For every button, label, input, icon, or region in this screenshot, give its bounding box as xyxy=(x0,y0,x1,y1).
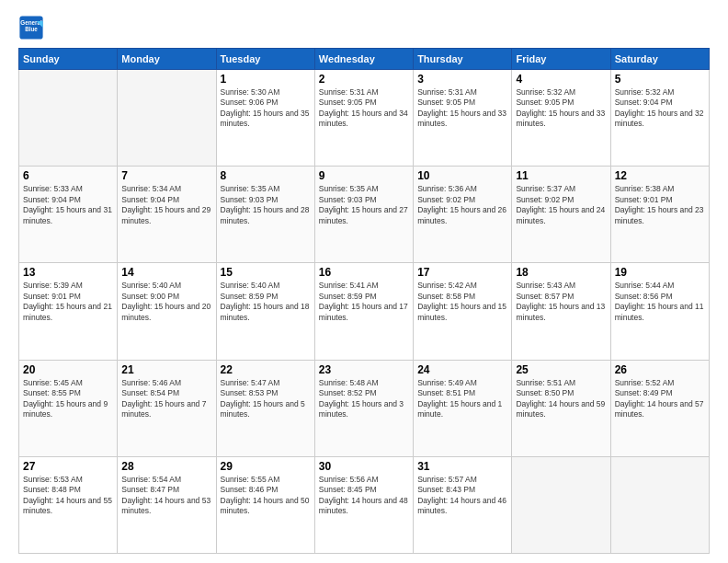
day-number: 30 xyxy=(319,460,409,473)
day-number: 29 xyxy=(221,460,311,473)
calendar-cell xyxy=(118,70,216,167)
calendar-cell: 13Sunrise: 5:39 AMSunset: 9:01 PMDayligh… xyxy=(19,263,118,360)
calendar-cell: 29Sunrise: 5:55 AMSunset: 8:46 PMDayligh… xyxy=(216,456,314,553)
calendar-cell: 4Sunrise: 5:32 AMSunset: 9:05 PMDaylight… xyxy=(512,70,610,167)
weekday-header-wednesday: Wednesday xyxy=(314,49,413,70)
calendar-cell: 17Sunrise: 5:42 AMSunset: 8:58 PMDayligh… xyxy=(414,263,512,360)
calendar-cell: 31Sunrise: 5:57 AMSunset: 8:43 PMDayligh… xyxy=(414,456,512,553)
logo-area: General Blue xyxy=(18,15,48,40)
day-info: Sunrise: 5:41 AMSunset: 8:59 PMDaylight:… xyxy=(319,281,409,323)
calendar-cell: 12Sunrise: 5:38 AMSunset: 9:01 PMDayligh… xyxy=(610,167,709,263)
calendar-cell: 1Sunrise: 5:30 AMSunset: 9:06 PMDaylight… xyxy=(216,70,314,167)
calendar-cell: 20Sunrise: 5:45 AMSunset: 8:55 PMDayligh… xyxy=(19,360,118,456)
day-number: 18 xyxy=(516,266,606,279)
day-number: 12 xyxy=(615,169,705,182)
day-info: Sunrise: 5:56 AMSunset: 8:45 PMDaylight:… xyxy=(319,475,409,517)
day-number: 4 xyxy=(516,73,606,86)
calendar-cell: 30Sunrise: 5:56 AMSunset: 8:45 PMDayligh… xyxy=(314,456,413,553)
calendar-cell: 7Sunrise: 5:34 AMSunset: 9:04 PMDaylight… xyxy=(118,167,216,263)
calendar-cell: 2Sunrise: 5:31 AMSunset: 9:05 PMDaylight… xyxy=(314,70,413,167)
day-info: Sunrise: 5:49 AMSunset: 8:51 PMDaylight:… xyxy=(417,378,507,420)
calendar-header: SundayMondayTuesdayWednesdayThursdayFrid… xyxy=(19,49,710,70)
day-number: 10 xyxy=(417,169,507,182)
day-number: 19 xyxy=(615,266,705,279)
day-info: Sunrise: 5:47 AMSunset: 8:53 PMDaylight:… xyxy=(221,378,311,420)
day-number: 1 xyxy=(221,73,311,86)
day-info: Sunrise: 5:31 AMSunset: 9:05 PMDaylight:… xyxy=(417,87,507,130)
calendar-cell: 15Sunrise: 5:40 AMSunset: 8:59 PMDayligh… xyxy=(216,263,314,360)
calendar-cell: 10Sunrise: 5:36 AMSunset: 9:02 PMDayligh… xyxy=(414,167,512,263)
weekday-header-row: SundayMondayTuesdayWednesdayThursdayFrid… xyxy=(19,49,710,70)
day-number: 22 xyxy=(221,363,311,376)
calendar-table: SundayMondayTuesdayWednesdayThursdayFrid… xyxy=(18,48,710,554)
day-info: Sunrise: 5:31 AMSunset: 9:05 PMDaylight:… xyxy=(319,87,409,130)
calendar-cell: 5Sunrise: 5:32 AMSunset: 9:04 PMDaylight… xyxy=(610,70,709,167)
day-info: Sunrise: 5:52 AMSunset: 8:49 PMDaylight:… xyxy=(615,378,705,420)
day-info: Sunrise: 5:48 AMSunset: 8:52 PMDaylight:… xyxy=(319,378,409,420)
day-number: 24 xyxy=(417,363,507,376)
day-number: 8 xyxy=(221,169,311,182)
day-info: Sunrise: 5:45 AMSunset: 8:55 PMDaylight:… xyxy=(23,378,113,420)
day-number: 6 xyxy=(23,169,113,182)
weekday-header-saturday: Saturday xyxy=(610,49,709,70)
day-number: 13 xyxy=(23,266,113,279)
day-number: 5 xyxy=(615,73,705,86)
weekday-header-thursday: Thursday xyxy=(414,49,512,70)
calendar-cell: 23Sunrise: 5:48 AMSunset: 8:52 PMDayligh… xyxy=(314,360,413,456)
calendar-cell: 16Sunrise: 5:41 AMSunset: 8:59 PMDayligh… xyxy=(314,263,413,360)
calendar-cell xyxy=(19,70,118,167)
day-info: Sunrise: 5:32 AMSunset: 9:04 PMDaylight:… xyxy=(615,87,705,130)
svg-text:Blue: Blue xyxy=(25,26,38,32)
header: General Blue xyxy=(18,15,710,40)
day-number: 31 xyxy=(417,460,507,473)
page: General Blue SundayMondayTuesdayWednesda… xyxy=(0,0,728,563)
weekday-header-tuesday: Tuesday xyxy=(216,49,314,70)
day-number: 15 xyxy=(221,266,311,279)
day-info: Sunrise: 5:32 AMSunset: 9:05 PMDaylight:… xyxy=(516,87,606,130)
calendar-cell: 21Sunrise: 5:46 AMSunset: 8:54 PMDayligh… xyxy=(118,360,216,456)
day-info: Sunrise: 5:35 AMSunset: 9:03 PMDaylight:… xyxy=(319,184,409,226)
day-info: Sunrise: 5:51 AMSunset: 8:50 PMDaylight:… xyxy=(516,378,606,420)
day-info: Sunrise: 5:55 AMSunset: 8:46 PMDaylight:… xyxy=(221,475,311,517)
calendar-cell: 28Sunrise: 5:54 AMSunset: 8:47 PMDayligh… xyxy=(118,456,216,553)
day-info: Sunrise: 5:37 AMSunset: 9:02 PMDaylight:… xyxy=(516,184,606,226)
day-number: 27 xyxy=(23,460,113,473)
day-info: Sunrise: 5:38 AMSunset: 9:01 PMDaylight:… xyxy=(615,184,705,226)
day-info: Sunrise: 5:35 AMSunset: 9:03 PMDaylight:… xyxy=(221,184,311,226)
day-number: 21 xyxy=(121,363,211,376)
calendar-cell: 8Sunrise: 5:35 AMSunset: 9:03 PMDaylight… xyxy=(216,167,314,263)
day-number: 7 xyxy=(121,169,211,182)
day-number: 17 xyxy=(417,266,507,279)
week-row-5: 27Sunrise: 5:53 AMSunset: 8:48 PMDayligh… xyxy=(19,456,710,553)
day-number: 14 xyxy=(121,266,211,279)
calendar-cell: 11Sunrise: 5:37 AMSunset: 9:02 PMDayligh… xyxy=(512,167,610,263)
calendar-cell: 27Sunrise: 5:53 AMSunset: 8:48 PMDayligh… xyxy=(19,456,118,553)
logo-icon: General Blue xyxy=(18,15,44,40)
calendar-cell: 26Sunrise: 5:52 AMSunset: 8:49 PMDayligh… xyxy=(610,360,709,456)
day-number: 28 xyxy=(121,460,211,473)
day-info: Sunrise: 5:53 AMSunset: 8:48 PMDaylight:… xyxy=(23,475,113,517)
calendar-cell: 25Sunrise: 5:51 AMSunset: 8:50 PMDayligh… xyxy=(512,360,610,456)
day-number: 26 xyxy=(615,363,705,376)
weekday-header-sunday: Sunday xyxy=(19,49,118,70)
calendar-cell xyxy=(512,456,610,553)
day-info: Sunrise: 5:42 AMSunset: 8:58 PMDaylight:… xyxy=(417,281,507,323)
calendar-cell: 19Sunrise: 5:44 AMSunset: 8:56 PMDayligh… xyxy=(610,263,709,360)
day-info: Sunrise: 5:44 AMSunset: 8:56 PMDaylight:… xyxy=(615,281,705,323)
weekday-header-monday: Monday xyxy=(118,49,216,70)
calendar-cell: 6Sunrise: 5:33 AMSunset: 9:04 PMDaylight… xyxy=(19,167,118,263)
day-number: 16 xyxy=(319,266,409,279)
day-info: Sunrise: 5:39 AMSunset: 9:01 PMDaylight:… xyxy=(23,281,113,323)
calendar-cell: 18Sunrise: 5:43 AMSunset: 8:57 PMDayligh… xyxy=(512,263,610,360)
week-row-4: 20Sunrise: 5:45 AMSunset: 8:55 PMDayligh… xyxy=(19,360,710,456)
calendar-body: 1Sunrise: 5:30 AMSunset: 9:06 PMDaylight… xyxy=(19,70,710,554)
day-number: 11 xyxy=(516,169,606,182)
weekday-header-friday: Friday xyxy=(512,49,610,70)
calendar-cell: 24Sunrise: 5:49 AMSunset: 8:51 PMDayligh… xyxy=(414,360,512,456)
week-row-3: 13Sunrise: 5:39 AMSunset: 9:01 PMDayligh… xyxy=(19,263,710,360)
calendar-cell: 9Sunrise: 5:35 AMSunset: 9:03 PMDaylight… xyxy=(314,167,413,263)
calendar-cell: 22Sunrise: 5:47 AMSunset: 8:53 PMDayligh… xyxy=(216,360,314,456)
week-row-1: 1Sunrise: 5:30 AMSunset: 9:06 PMDaylight… xyxy=(19,70,710,167)
day-info: Sunrise: 5:40 AMSunset: 9:00 PMDaylight:… xyxy=(121,281,211,323)
calendar-cell: 3Sunrise: 5:31 AMSunset: 9:05 PMDaylight… xyxy=(414,70,512,167)
